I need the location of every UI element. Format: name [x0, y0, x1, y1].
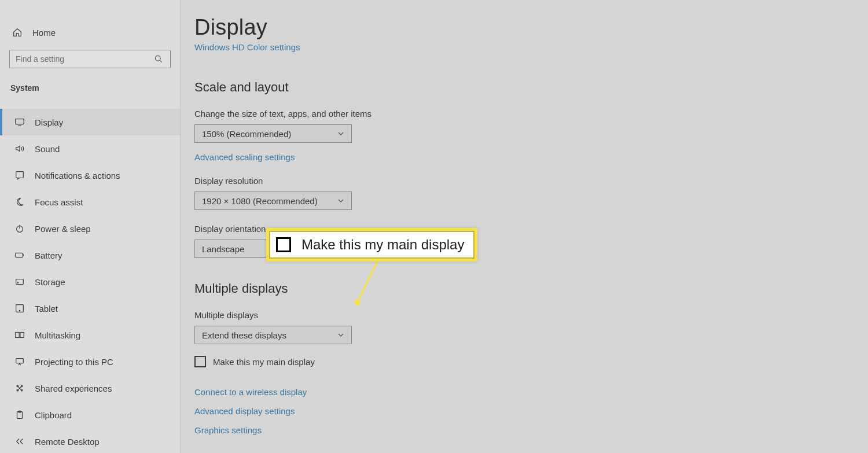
- sidebar-item-label: Storage: [35, 277, 65, 287]
- orientation-value: Landscape: [202, 244, 244, 254]
- text-size-label: Change the size of text, apps, and other…: [194, 109, 854, 119]
- sidebar-item-clipboard[interactable]: Clipboard: [0, 402, 180, 428]
- sidebar-item-projecting[interactable]: Projecting to this PC: [0, 348, 180, 375]
- svg-rect-5: [16, 279, 24, 285]
- svg-point-8: [19, 310, 20, 311]
- sidebar-item-label: Tablet: [35, 304, 58, 314]
- checkbox-icon: [276, 237, 291, 252]
- sidebar-item-focus-assist[interactable]: Focus assist: [0, 189, 180, 215]
- sidebar-item-label: Notifications & actions: [35, 171, 120, 181]
- shared-experiences-icon: [14, 382, 25, 394]
- text-size-select[interactable]: 150% (Recommended): [194, 124, 352, 143]
- display-icon: [14, 116, 25, 128]
- advanced-display-link[interactable]: Advanced display settings: [194, 406, 854, 416]
- sidebar-item-display[interactable]: Display: [0, 109, 180, 135]
- svg-point-0: [155, 56, 160, 61]
- graphics-settings-link[interactable]: Graphics settings: [194, 425, 854, 435]
- svg-rect-4: [16, 253, 23, 257]
- search-icon: [153, 53, 164, 65]
- projecting-icon: [14, 356, 25, 367]
- page-title: Display: [194, 15, 854, 40]
- multiple-mode-select[interactable]: Extend these displays: [194, 326, 352, 344]
- sidebar-item-label: Display: [35, 117, 63, 127]
- main-content: Display Windows HD Color settings Scale …: [181, 0, 868, 453]
- sidebar-item-tablet[interactable]: Tablet: [0, 295, 180, 322]
- chevron-down-icon: [337, 196, 344, 206]
- connect-wireless-link[interactable]: Connect to a wireless display: [194, 387, 854, 397]
- power-icon: [14, 223, 25, 234]
- sidebar-item-label: Remote Desktop: [35, 437, 100, 447]
- sidebar-item-label: Battery: [35, 251, 62, 260]
- sidebar-item-storage[interactable]: Storage: [0, 268, 180, 295]
- chevron-down-icon: [337, 129, 344, 139]
- sidebar-item-label: Sound: [35, 144, 60, 154]
- sidebar-section-label: System: [9, 83, 171, 93]
- battery-icon: [14, 249, 25, 261]
- svg-rect-2: [16, 172, 24, 178]
- chevron-down-icon: [337, 330, 344, 340]
- search-field[interactable]: [16, 54, 153, 64]
- svg-rect-10: [20, 333, 24, 338]
- section-heading-scale: Scale and layout: [194, 80, 854, 95]
- home-nav[interactable]: Home: [9, 20, 171, 45]
- notifications-icon: [14, 170, 25, 181]
- mode-value: Extend these displays: [202, 330, 286, 340]
- resolution-select[interactable]: 1920 × 1080 (Recommended): [194, 191, 352, 210]
- focus-assist-icon: [14, 196, 25, 208]
- remote-desktop-icon: [14, 436, 25, 447]
- sidebar-item-power[interactable]: Power & sleep: [0, 215, 180, 242]
- section-heading-multiple: Multiple displays: [194, 281, 854, 296]
- svg-rect-9: [16, 333, 19, 338]
- sidebar-item-label: Shared experiences: [35, 384, 112, 393]
- sidebar-item-label: Multitasking: [35, 330, 80, 340]
- callout-label: Make this my main display: [301, 237, 464, 253]
- clipboard-icon: [14, 409, 25, 421]
- svg-point-6: [17, 282, 18, 283]
- sidebar-item-label: Power & sleep: [35, 224, 91, 234]
- sidebar-item-notifications[interactable]: Notifications & actions: [0, 162, 180, 189]
- mode-label: Multiple displays: [194, 310, 854, 320]
- tablet-icon: [14, 303, 25, 314]
- sidebar-item-label: Projecting to this PC: [35, 357, 113, 367]
- hd-color-link[interactable]: Windows HD Color settings: [194, 42, 854, 52]
- text-size-value: 150% (Recommended): [202, 129, 291, 139]
- nav-list: Display Sound Notifications & actions Fo…: [0, 109, 180, 453]
- multitasking-icon: [14, 329, 25, 341]
- storage-icon: [14, 276, 25, 288]
- svg-rect-1: [16, 119, 24, 124]
- main-display-checkbox-label: Make this my main display: [213, 357, 315, 367]
- search-input[interactable]: [9, 50, 171, 68]
- sidebar-item-remote-desktop[interactable]: Remote Desktop: [0, 428, 180, 453]
- sidebar-item-multitasking[interactable]: Multitasking: [0, 322, 180, 348]
- callout-main-display: Make this my main display: [266, 228, 477, 262]
- sidebar: Home System Display Sound: [0, 0, 181, 453]
- advanced-scaling-link[interactable]: Advanced scaling settings: [194, 152, 854, 162]
- sidebar-item-sound[interactable]: Sound: [0, 135, 180, 162]
- resolution-label: Display resolution: [194, 176, 854, 186]
- main-display-checkbox[interactable]: Make this my main display: [194, 356, 854, 367]
- sound-icon: [14, 143, 25, 154]
- sidebar-item-label: Focus assist: [35, 197, 83, 207]
- home-icon: [12, 27, 23, 38]
- home-label: Home: [32, 28, 56, 38]
- sidebar-item-shared-experiences[interactable]: Shared experiences: [0, 375, 180, 402]
- checkbox-icon: [194, 356, 206, 367]
- resolution-value: 1920 × 1080 (Recommended): [202, 196, 318, 206]
- sidebar-item-label: Clipboard: [35, 410, 72, 420]
- sidebar-item-battery[interactable]: Battery: [0, 242, 180, 268]
